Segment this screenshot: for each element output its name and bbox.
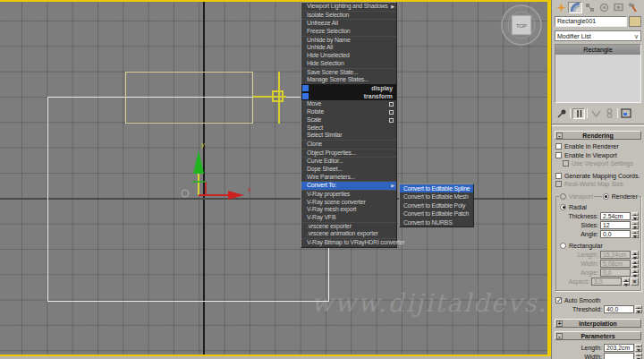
menu-item-v-ray-vfb[interactable]: V-Ray VFB bbox=[301, 214, 396, 222]
configure-modifier-sets-button[interactable] bbox=[620, 108, 632, 119]
spinner-down-icon[interactable] bbox=[631, 234, 639, 238]
menu-item-convert-to-editable-mesh[interactable]: Convert to Editable Mesh bbox=[400, 192, 473, 201]
menu-item-v-ray-mesh-export[interactable]: V-Ray mesh export bbox=[301, 206, 396, 214]
width-input[interactable] bbox=[604, 353, 634, 359]
rendering-collapse-toggle[interactable]: - bbox=[556, 132, 563, 139]
menu-item-select-similar[interactable]: Select Similar bbox=[301, 132, 396, 140]
spinner-down-icon[interactable] bbox=[635, 309, 642, 313]
aspect-input[interactable]: 3,0 bbox=[591, 278, 622, 286]
aspect-spinner[interactable] bbox=[623, 278, 630, 286]
tab-utilities[interactable] bbox=[625, 2, 640, 13]
show-end-result-button[interactable] bbox=[572, 108, 585, 119]
tab-create[interactable] bbox=[554, 2, 568, 13]
tab-motion[interactable] bbox=[597, 2, 611, 13]
width-spinner[interactable] bbox=[635, 353, 642, 359]
modifier-stack[interactable]: Rectangle bbox=[555, 44, 641, 103]
settings-box-icon[interactable] bbox=[389, 110, 394, 115]
menu-item-convert-to-editable-spline[interactable]: Convert to Editable Spline bbox=[400, 184, 473, 192]
menu-item-wire-parameters[interactable]: Wire Parameters... bbox=[301, 174, 396, 182]
quad-menu-display-header[interactable]: display bbox=[301, 84, 396, 92]
auto-smooth-checkbox[interactable]: ✓ bbox=[555, 297, 562, 303]
threshold-spinner[interactable] bbox=[635, 305, 642, 313]
spinner-down-icon[interactable] bbox=[631, 273, 639, 278]
angle-spinner[interactable] bbox=[631, 230, 639, 238]
pin-stack-button[interactable] bbox=[555, 108, 568, 119]
menu-item-unhide-all[interactable]: Unhide All bbox=[301, 44, 396, 52]
spinner-down-icon[interactable] bbox=[631, 216, 639, 220]
aspect-lock-button[interactable]: ■ bbox=[631, 278, 639, 286]
menu-item-curve-editor[interactable]: Curve Editor... bbox=[301, 158, 396, 166]
tab-display[interactable] bbox=[611, 2, 625, 13]
menu-item-unfreeze-all[interactable]: Unfreeze All bbox=[301, 20, 396, 28]
menu-item-object-properties[interactable]: Object Properties... bbox=[301, 150, 396, 158]
threshold-input[interactable]: 40,0 bbox=[604, 305, 634, 313]
top-viewport[interactable]: y x TOP N E S W www.dijitaldevs.c bbox=[0, 0, 547, 356]
use-viewport-settings-checkbox[interactable] bbox=[563, 160, 569, 167]
transform-gizmo[interactable]: y x bbox=[174, 136, 259, 206]
length-input[interactable]: 15,24cm bbox=[600, 251, 631, 259]
length-spinner[interactable] bbox=[631, 251, 639, 259]
remove-modifier-button[interactable] bbox=[603, 108, 615, 119]
stack-item-rectangle[interactable]: Rectangle bbox=[555, 45, 640, 55]
enable-in-viewport-checkbox[interactable] bbox=[555, 152, 562, 158]
spinner-down-icon[interactable] bbox=[623, 282, 630, 286]
tab-modify[interactable] bbox=[568, 2, 582, 13]
length-input[interactable]: 203,2cm bbox=[604, 344, 634, 352]
menu-item-viewport-lighting-and-shadows[interactable]: Viewport Lighting and Shadows▶ bbox=[301, 3, 396, 11]
menu-item-hide-unselected[interactable]: Hide Unselected bbox=[301, 52, 396, 60]
menu-item-vrscene-exporter[interactable]: .vrscene exporter bbox=[301, 223, 396, 231]
rollout-parameters[interactable]: - Parameters bbox=[555, 331, 641, 340]
menu-item-rotate[interactable]: Rotate bbox=[301, 108, 396, 116]
generate-mapping-coords-checkbox[interactable] bbox=[555, 173, 562, 179]
menu-item-clone[interactable]: Clone bbox=[301, 141, 396, 149]
renderer-radio[interactable] bbox=[603, 193, 609, 200]
viewport-radio[interactable] bbox=[560, 193, 566, 200]
viewcube[interactable]: TOP N E S W bbox=[497, 1, 547, 49]
menu-item-save-scene-state[interactable]: Save Scene State... bbox=[301, 69, 396, 77]
real-world-map-size-checkbox[interactable] bbox=[555, 181, 562, 187]
menu-item-isolate-selection[interactable]: Isolate Selection bbox=[301, 12, 396, 20]
settings-box-icon[interactable] bbox=[389, 118, 394, 123]
angle-input[interactable]: 0,0 bbox=[600, 269, 631, 277]
sides-input[interactable]: 12 bbox=[600, 221, 631, 229]
menu-item-convert-to-editable-poly[interactable]: Convert to Editable Poly bbox=[400, 201, 473, 209]
quad-menu-transform-header[interactable]: transform bbox=[301, 92, 396, 100]
menu-item-convert-to[interactable]: Convert To:▶ bbox=[301, 182, 396, 190]
angle-input[interactable]: 0,0 bbox=[600, 230, 631, 238]
width-input[interactable]: 5,08cm bbox=[600, 260, 631, 268]
sides-spinner[interactable] bbox=[631, 221, 639, 229]
rectangle-shape-selected[interactable] bbox=[125, 72, 253, 124]
object-color-swatch[interactable] bbox=[629, 16, 641, 27]
parameters-collapse-toggle[interactable]: - bbox=[556, 333, 563, 339]
menu-item-convert-to-editable-patch[interactable]: Convert to Editable Patch bbox=[400, 209, 473, 218]
menu-item-v-ray-properties[interactable]: V-Ray properties bbox=[301, 191, 396, 199]
spinner-down-icon[interactable] bbox=[631, 225, 639, 229]
angle-spinner[interactable] bbox=[631, 269, 639, 277]
menu-item-scale[interactable]: Scale bbox=[301, 116, 396, 124]
menu-item-manage-scene-states[interactable]: Manage Scene States... bbox=[301, 76, 396, 84]
menu-item-vrscene-animation-exporter[interactable]: .vrscene animation exporter bbox=[301, 230, 396, 238]
menu-item-unhide-by-name[interactable]: Unhide by Name bbox=[301, 37, 396, 45]
menu-item-v-ray-scene-converter[interactable]: V-Ray scene converter bbox=[301, 199, 396, 207]
menu-item-select[interactable]: Select bbox=[301, 124, 396, 132]
modifier-list-dropdown[interactable]: Modifier List v bbox=[555, 30, 641, 41]
tab-hierarchy[interactable] bbox=[582, 2, 597, 13]
settings-box-icon[interactable] bbox=[389, 102, 394, 107]
width-spinner[interactable] bbox=[631, 260, 639, 268]
make-unique-button[interactable] bbox=[589, 108, 602, 119]
thickness-input[interactable]: 2,54cm bbox=[600, 212, 631, 220]
menu-item-freeze-selection[interactable]: Freeze Selection bbox=[301, 28, 396, 36]
rollout-interpolation[interactable]: + Interpolation bbox=[555, 319, 641, 328]
rectangular-radio[interactable] bbox=[560, 243, 566, 249]
radial-radio[interactable] bbox=[560, 204, 566, 210]
spinner-down-icon[interactable] bbox=[631, 264, 639, 269]
enable-in-renderer-checkbox[interactable] bbox=[555, 143, 562, 150]
object-name-input[interactable]: Rectangle001 bbox=[555, 16, 627, 27]
menu-item-hide-selection[interactable]: Hide Selection bbox=[301, 60, 396, 68]
rollout-rendering[interactable]: - Rendering bbox=[555, 131, 641, 140]
length-spinner[interactable] bbox=[635, 344, 642, 352]
spinner-down-icon[interactable] bbox=[631, 255, 639, 260]
menu-item-v-ray-bitmap-to-vrayhdri-converter[interactable]: V-Ray Bitmap to VRayHDRI converter bbox=[301, 239, 396, 247]
thickness-spinner[interactable] bbox=[631, 212, 639, 220]
menu-item-move[interactable]: Move bbox=[301, 100, 396, 108]
